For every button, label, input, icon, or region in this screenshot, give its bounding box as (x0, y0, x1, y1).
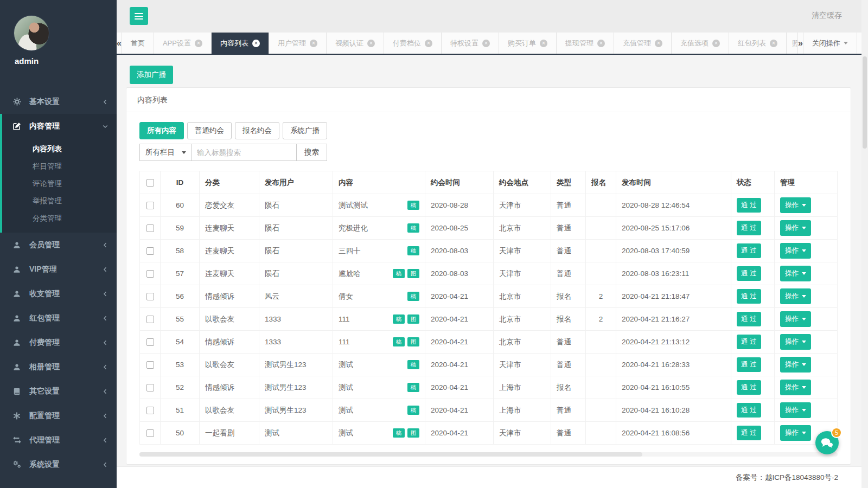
action-button[interactable]: 操作 (780, 243, 811, 259)
sidebar-item-config-management[interactable]: 配置管理 (0, 403, 117, 428)
tab-close-icon[interactable]: × (597, 40, 605, 47)
image-badge[interactable]: 图 (407, 314, 419, 324)
action-button[interactable]: 操作 (780, 311, 811, 327)
status-badge[interactable]: 通过 (737, 426, 761, 440)
sidebar-item-vip-management[interactable]: VIP管理 (0, 257, 117, 281)
draft-badge[interactable]: 稿 (393, 314, 405, 324)
status-badge[interactable]: 通过 (737, 221, 761, 235)
sidebar-item-pay-management[interactable]: 付费管理 (0, 330, 117, 355)
tab-withdraw-management[interactable]: 提现管理× (557, 33, 614, 54)
tab-close-icon[interactable]: × (252, 40, 260, 47)
row-checkbox[interactable] (146, 429, 154, 437)
avatar[interactable] (14, 15, 49, 51)
tab-recharge-management[interactable]: 充值管理× (614, 33, 672, 54)
add-broadcast-button[interactable]: 添加广播 (130, 66, 173, 84)
status-badge[interactable]: 通过 (737, 243, 761, 258)
search-input[interactable] (192, 144, 297, 161)
tab-home[interactable]: 首页 (122, 33, 154, 54)
image-badge[interactable]: 图 (407, 269, 419, 278)
chat-widget-button[interactable]: 5 (815, 431, 839, 454)
category-select[interactable]: 所有栏目 (139, 144, 192, 161)
status-badge[interactable]: 通过 (737, 335, 761, 349)
draft-badge[interactable]: 稿 (407, 406, 419, 415)
tab-close-icon[interactable]: × (770, 40, 777, 47)
action-button[interactable]: 操作 (780, 266, 811, 281)
sidebar-item-column-management[interactable]: 栏目管理 (2, 158, 117, 175)
row-checkbox[interactable] (146, 338, 154, 346)
sidebar-item-album-management[interactable]: 相册管理 (0, 355, 117, 379)
row-checkbox[interactable] (146, 361, 154, 369)
draft-badge[interactable]: 稿 (407, 223, 419, 233)
horizontal-scrollbar-thumb[interactable] (139, 452, 642, 457)
sidebar-item-report-management[interactable]: 举报管理 (2, 192, 117, 210)
status-badge[interactable]: 通过 (737, 198, 761, 213)
sidebar-item-member-management[interactable]: 会员管理 (0, 233, 117, 257)
tab-recharge-options[interactable]: 充值选项× (672, 33, 729, 54)
sidebar-item-content-list[interactable]: 内容列表 (2, 140, 117, 158)
draft-badge[interactable]: 稿 (407, 383, 419, 392)
filter-signup-date[interactable]: 报名约会 (235, 122, 279, 139)
tab-close-icon[interactable]: × (712, 40, 720, 47)
status-badge[interactable]: 通过 (737, 312, 761, 326)
sidebar-item-category-management[interactable]: 分类管理 (2, 210, 117, 227)
close-operations-dropdown[interactable]: 关闭操作 (803, 33, 857, 54)
vertical-scrollbar-thumb[interactable] (863, 56, 867, 149)
draft-badge[interactable]: 稿 (407, 292, 419, 301)
tab-close-icon[interactable]: × (482, 40, 490, 47)
action-button[interactable]: 操作 (780, 380, 811, 395)
action-button[interactable]: 操作 (780, 402, 811, 418)
tab-close-icon[interactable]: × (195, 40, 202, 47)
row-checkbox[interactable] (146, 270, 154, 278)
image-badge[interactable]: 图 (407, 428, 419, 438)
row-checkbox[interactable] (146, 224, 154, 232)
horizontal-scrollbar[interactable] (139, 452, 838, 457)
sidebar-item-income-management[interactable]: 收支管理 (0, 281, 117, 306)
sidebar-item-redpacket-management[interactable]: 红包管理 (0, 306, 117, 330)
draft-badge[interactable]: 稿 (393, 337, 405, 346)
search-button[interactable]: 搜索 (297, 144, 327, 161)
tab-app-settings[interactable]: APP设置× (154, 33, 212, 54)
filter-system-broadcast[interactable]: 系统广播 (283, 122, 327, 139)
tab-close-icon[interactable]: × (367, 40, 375, 47)
tab-close-icon[interactable]: × (655, 40, 662, 47)
tab-purchase-orders[interactable]: 购买订单× (499, 33, 557, 54)
action-button[interactable]: 操作 (780, 425, 811, 441)
draft-badge[interactable]: 稿 (407, 360, 419, 369)
status-badge[interactable]: 通过 (737, 380, 761, 395)
tab-video-verify[interactable]: 视频认证× (327, 33, 384, 54)
hamburger-menu-button[interactable] (130, 7, 148, 25)
tab-user-management[interactable]: 用户管理× (269, 33, 327, 54)
action-button[interactable]: 操作 (780, 220, 811, 236)
row-checkbox[interactable] (146, 293, 154, 300)
draft-badge[interactable]: 稿 (407, 201, 419, 210)
row-checkbox[interactable] (146, 316, 154, 323)
tab-clipped[interactable]: 照 (787, 33, 798, 54)
row-checkbox[interactable] (146, 384, 154, 391)
tab-pay-tier[interactable]: 付费档位× (384, 33, 442, 54)
status-badge[interactable]: 通过 (737, 289, 761, 304)
tabs-scroll-right-icon[interactable]: » (798, 33, 803, 54)
row-checkbox[interactable] (146, 247, 154, 255)
image-badge[interactable]: 图 (407, 337, 419, 346)
tab-close-icon[interactable]: × (310, 40, 317, 47)
tab-content-list[interactable]: 内容列表× (212, 33, 269, 54)
draft-badge[interactable]: 稿 (393, 428, 405, 438)
action-button[interactable]: 操作 (780, 288, 811, 304)
action-button[interactable]: 操作 (780, 334, 811, 350)
tabs-scroll-left-icon[interactable]: « (117, 33, 122, 54)
tab-redpacket-list[interactable]: 红包列表× (729, 33, 787, 54)
sidebar-item-system-settings[interactable]: 系统设置 (0, 452, 117, 477)
sidebar-item-comment-management[interactable]: 评论管理 (2, 175, 117, 192)
clear-cache-button[interactable]: 清空缓存 (812, 11, 842, 21)
sidebar-item-content-management[interactable]: 内容管理 (2, 114, 117, 138)
status-badge[interactable]: 通过 (737, 357, 761, 372)
sidebar-item-basic-settings[interactable]: 基本设置 (0, 89, 117, 114)
sidebar-item-agent-management[interactable]: 代理管理 (0, 428, 117, 452)
select-all-checkbox[interactable] (146, 179, 154, 187)
row-checkbox[interactable] (146, 407, 154, 414)
sidebar-item-other-settings[interactable]: 其它设置 (0, 379, 117, 403)
status-badge[interactable]: 通过 (737, 403, 761, 418)
filter-normal-date[interactable]: 普通约会 (187, 122, 232, 139)
action-button[interactable]: 操作 (780, 197, 811, 213)
tab-privilege-settings[interactable]: 特权设置× (442, 33, 499, 54)
